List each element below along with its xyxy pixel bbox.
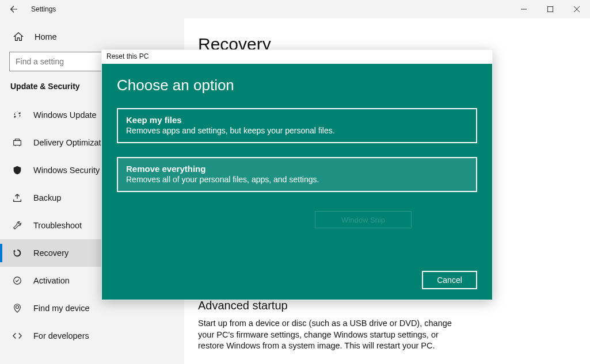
option-title: Keep my files xyxy=(126,115,468,125)
sidebar-home[interactable]: Home xyxy=(0,24,184,49)
home-icon xyxy=(13,32,24,42)
sidebar-item-label: Recovery xyxy=(33,248,68,258)
back-arrow-icon xyxy=(9,5,18,14)
close-icon xyxy=(574,6,580,12)
sidebar-item-label: Delivery Optimization xyxy=(33,138,112,147)
sidebar-item-label: For developers xyxy=(33,331,89,340)
dialog-heading: Choose an option xyxy=(117,76,477,94)
close-button[interactable] xyxy=(564,0,590,18)
svg-rect-1 xyxy=(548,7,553,12)
sync-icon xyxy=(10,110,24,120)
window-title: Settings xyxy=(31,5,56,13)
advanced-startup-heading: Advanced startup xyxy=(198,299,469,312)
advanced-startup-body: Start up from a device or disc (such as … xyxy=(198,318,463,352)
location-icon xyxy=(10,303,24,313)
sidebar-item-label: Windows Update xyxy=(33,110,97,120)
svg-rect-0 xyxy=(521,9,527,10)
sidebar-item-for-developers[interactable]: For developers xyxy=(0,322,184,350)
developer-icon xyxy=(10,331,24,341)
option-desc: Removes all of your personal files, apps… xyxy=(126,175,468,184)
maximize-icon xyxy=(547,6,553,12)
sidebar-item-label: Find my device xyxy=(33,304,90,313)
option-desc: Removes apps and settings, but keeps you… xyxy=(126,126,468,135)
back-button[interactable] xyxy=(0,0,28,18)
recovery-icon xyxy=(10,248,24,258)
sidebar-item-label: Windows Security xyxy=(33,166,100,175)
cancel-button[interactable]: Cancel xyxy=(422,271,477,289)
backup-icon xyxy=(10,193,24,203)
option-keep-my-files[interactable]: Keep my files Removes apps and settings,… xyxy=(117,108,477,143)
wrench-icon xyxy=(10,220,24,231)
activation-icon xyxy=(10,275,24,286)
dialog-window-title: Reset this PC xyxy=(102,50,492,64)
option-title: Remove everything xyxy=(126,164,468,174)
minimize-icon xyxy=(521,6,527,12)
maximize-button[interactable] xyxy=(537,0,564,18)
sidebar-home-label: Home xyxy=(35,32,57,41)
reset-pc-dialog: Reset this PC Choose an option Keep my f… xyxy=(101,49,493,300)
sidebar-item-label: Activation xyxy=(33,276,70,285)
sidebar-item-label: Troubleshoot xyxy=(33,221,82,230)
delivery-icon xyxy=(10,137,24,148)
titlebar: Settings xyxy=(0,0,590,18)
svg-point-4 xyxy=(14,277,21,285)
shield-icon xyxy=(10,165,24,175)
sidebar-item-label: Backup xyxy=(33,193,61,202)
minimize-button[interactable] xyxy=(511,0,537,18)
option-remove-everything[interactable]: Remove everything Removes all of your pe… xyxy=(117,157,477,192)
window-snip-ghost: Window Snip xyxy=(315,211,412,228)
